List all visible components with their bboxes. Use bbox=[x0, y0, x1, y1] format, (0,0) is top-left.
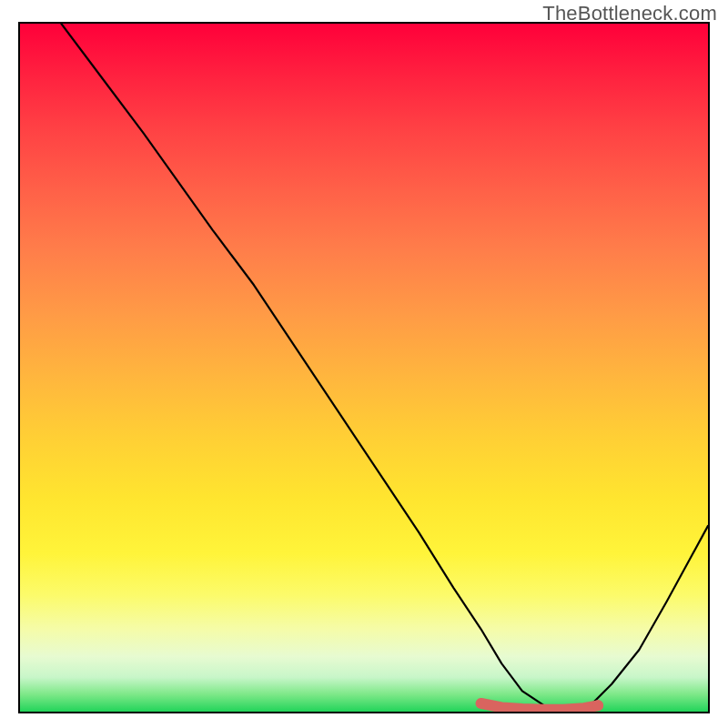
chart-frame: TheBottleneck.com bbox=[0, 0, 728, 728]
highlight-marker-dot bbox=[592, 700, 603, 711]
chart-overlay bbox=[20, 24, 708, 712]
plot-area bbox=[18, 22, 710, 713]
highlight-marker bbox=[481, 703, 599, 710]
curve-line bbox=[61, 24, 708, 712]
